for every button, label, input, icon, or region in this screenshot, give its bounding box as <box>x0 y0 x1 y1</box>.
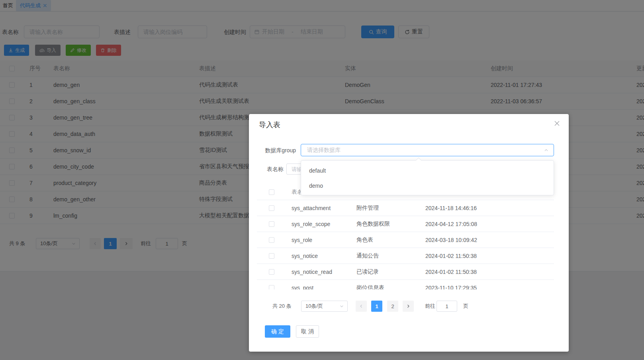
cancel-button-label: 取 消 <box>301 328 314 335</box>
dialog-page-size-value: 10条/页 <box>305 303 323 310</box>
dialog-cell-created: 2024-03-18 10:09:42 <box>425 237 477 243</box>
dropdown-option-default[interactable]: default <box>301 163 554 178</box>
dialog-cell-created: 2024-04-12 17:05:08 <box>425 221 477 227</box>
app-window: 首页 代码生成 表名称 表描述 创建时间 开始日期 - 结束日期 查询 重置 生… <box>0 0 644 360</box>
dialog-cell-desc: 已读记录 <box>356 268 379 275</box>
dialog-cell-desc: 角色数据权限 <box>356 220 390 228</box>
dialog-table-row[interactable]: sys_role 角色表 2024-03-18 10:09:42 <box>257 232 554 248</box>
dialog-page-number-1[interactable]: 1 <box>371 301 382 312</box>
dialog-page-number-2[interactable]: 2 <box>387 301 398 312</box>
dialog-cell-name: sys_attachment <box>292 205 331 211</box>
dropdown-option-demo[interactable]: demo <box>301 178 554 193</box>
dialog-table-row[interactable]: sys_post 岗位信息表 2023-11-10 17:29:35 <box>257 280 554 289</box>
dialog-table-row[interactable]: sys_notice 通知公告 2024-01-02 11:50:38 <box>257 248 554 264</box>
database-select-placeholder: 请选择数据库 <box>307 147 341 154</box>
dialog-cell-name: sys_notice_read <box>292 269 332 275</box>
dialog-row-checkbox[interactable] <box>269 269 274 275</box>
dialog-cell-desc: 角色表 <box>356 236 373 244</box>
dialog-cell-name: sys_role_scope <box>292 221 330 227</box>
dialog-table-row[interactable]: sys_notice_read 已读记录 2024-01-02 11:50:38 <box>257 264 554 280</box>
dialog-goto-page-input[interactable] <box>437 301 457 312</box>
dialog-cell-created: 2024-01-02 11:50:38 <box>425 269 477 275</box>
dialog-pagination: 共 20 条 10条/页 1 2 前往 页 <box>249 300 569 312</box>
dialog-row-checkbox[interactable] <box>269 221 274 227</box>
dialog-total-count: 共 20 条 <box>272 300 292 312</box>
dialog-cell-desc: 通知公告 <box>356 252 379 260</box>
dialog-row-checkbox[interactable] <box>269 285 274 290</box>
chevron-up-icon <box>544 148 549 153</box>
dialog-cell-name: sys_role <box>292 237 312 243</box>
page-number-label: 1 <box>375 303 378 309</box>
dialog-goto-label: 前往 <box>425 300 435 312</box>
dialog-cell-created: 2024-11-18 14:46:16 <box>425 205 477 211</box>
dialog-cell-created: 2023-11-10 17:29:35 <box>425 285 477 290</box>
dialog-close-icon[interactable] <box>554 120 560 126</box>
database-select[interactable]: 请选择数据库 <box>301 144 554 156</box>
dialog-title: 导入表 <box>259 120 280 130</box>
cancel-button[interactable]: 取 消 <box>296 325 319 338</box>
chevron-left-icon <box>359 304 364 309</box>
dialog-row-checkbox[interactable] <box>269 253 274 259</box>
dialog-table-row[interactable]: sys_role_scope 角色数据权限 2024-04-12 17:05:0… <box>257 216 554 232</box>
dialog-cell-created: 2024-01-02 11:50:38 <box>425 253 477 259</box>
confirm-button-label: 确 定 <box>271 328 284 335</box>
dialog-prev-page-button[interactable] <box>356 301 367 312</box>
confirm-button[interactable]: 确 定 <box>265 325 290 338</box>
dialog-page-size-select[interactable]: 10条/页 <box>301 301 348 312</box>
dialog-row-checkbox[interactable] <box>269 205 274 211</box>
chevron-right-icon <box>406 304 411 309</box>
dialog-cell-name: sys_post <box>292 285 313 290</box>
dialog-row-checkbox[interactable] <box>269 237 274 243</box>
chevron-down-icon <box>339 304 344 309</box>
dialog-goto-unit-label: 页 <box>463 300 468 312</box>
import-candidates-table: 表名称 sys_attachment 附件管理 2024-11-18 14:46… <box>257 184 554 289</box>
dialog-select-all-checkbox[interactable] <box>269 189 274 195</box>
dialog-table-row[interactable]: sys_attachment 附件管理 2024-11-18 14:46:16 <box>257 200 554 216</box>
dialog-cell-desc: 附件管理 <box>356 205 379 212</box>
dropdown-arrow <box>416 157 421 163</box>
database-dropdown: default demo <box>301 160 554 195</box>
dialog-cell-desc: 岗位信息表 <box>356 284 384 290</box>
import-table-dialog: 导入表 数据库group 请选择数据库 表名称 表名称 sys_attachme… <box>249 114 569 352</box>
dialog-next-page-button[interactable] <box>403 301 414 312</box>
dialog-cell-name: sys_notice <box>292 253 318 259</box>
database-group-label: 数据库group <box>256 144 296 156</box>
dialog-table-name-label: 表名称 <box>267 163 284 175</box>
page-number-label: 2 <box>391 303 394 309</box>
